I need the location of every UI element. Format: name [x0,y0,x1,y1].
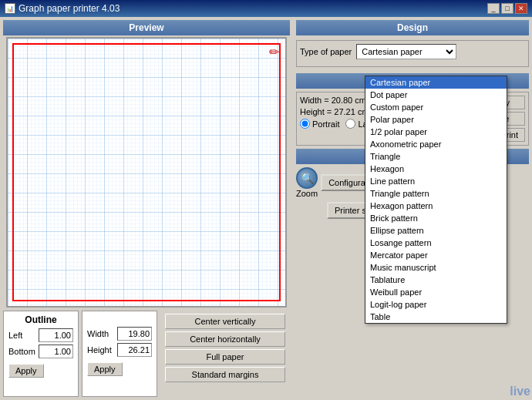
close-button[interactable]: ✕ [515,3,527,14]
dropdown-item-polar[interactable]: Polar paper [365,113,507,126]
landscape-radio[interactable] [345,119,355,129]
maximize-button[interactable]: □ [501,3,513,14]
pencil-icon: ✏ [269,45,279,59]
preview-area: ✏ [6,37,287,308]
dropdown-item-losangepattern[interactable]: Losange pattern [365,237,507,249]
left-panel: Preview ✏ [0,17,293,400]
dropdown-item-halfpolar[interactable]: 1/2 polar paper [365,126,507,138]
title-bar: 📊 Graph paper printer 4.03 _ □ ✕ [0,0,532,17]
full-paper-button[interactable]: Full paper [165,349,285,365]
watermark: live [510,385,530,398]
app-icon: 📊 [5,3,15,14]
height-label: Height [87,345,114,355]
design-header: Design [296,20,529,35]
left-label: Left [8,331,35,340]
outline-box: Outline Left Bottom Apply [3,311,79,397]
dropdown-item-axonometric[interactable]: Axonometric paper [365,138,507,150]
dropdown-item-tablature[interactable]: Tablature [365,274,507,286]
bottom-input[interactable] [39,345,73,358]
dropdown-menu: Cartesian paper Dot paper Custom paper P… [365,76,507,324]
zoom-area: 🔍 Zoom [296,167,318,198]
portrait-radio[interactable] [300,119,310,129]
type-of-paper-label: Type of paper [300,47,352,56]
dropdown-item-weibull[interactable]: Weibull paper [365,286,507,298]
outline-title: Outline [8,314,73,325]
dropdown-item-linepattern[interactable]: Line pattern [365,175,507,187]
left-input[interactable] [39,328,73,342]
center-horizontally-button[interactable]: Center horizontally [165,331,285,347]
bottom-label: Bottom [8,347,35,356]
zoom-label: Zoom [296,189,318,198]
standard-margins-button[interactable]: Standard margins [165,367,285,382]
svg-rect-2 [8,39,285,306]
size-box: Width Height Apply [82,311,157,397]
window-controls: _ □ ✕ [487,3,527,14]
portrait-radio-label[interactable]: Portrait [300,119,339,129]
dropdown-item-ellipsepattern[interactable]: Ellipse pattern [365,224,507,237]
dropdown-item-hexagonpattern[interactable]: Hexagon pattern [365,200,507,212]
paper-type-dropdown[interactable]: Cartesian paper Dot paper Custom paper P… [356,44,456,59]
size-apply-button[interactable]: Apply [87,362,123,376]
width-input[interactable] [117,327,152,341]
dropdown-item-dot[interactable]: Dot paper [365,89,507,101]
right-panel: Design Type of paper Cartesian paper Dot… [293,17,532,400]
dropdown-item-cartesian[interactable]: Cartesian paper [365,76,507,89]
app-title: Graph paper printer 4.03 [19,3,120,14]
preview-header: Preview [3,20,290,35]
dropdown-item-trianglepattern[interactable]: Triangle pattern [365,187,507,200]
dropdown-item-mercator[interactable]: Mercator paper [365,249,507,261]
width-label: Width [87,329,114,338]
outline-apply-button[interactable]: Apply [8,364,44,378]
height-input[interactable] [117,343,152,357]
dropdown-item-hexagon[interactable]: Hexagon [365,163,507,175]
dropdown-item-logitlog[interactable]: Logit-log paper [365,298,507,311]
minimize-button[interactable]: _ [487,3,500,14]
dropdown-item-music[interactable]: Music manuscript [365,261,507,274]
dropdown-item-brickpattern[interactable]: Brick pattern [365,212,507,224]
center-vertically-button[interactable]: Center vertically [165,314,285,329]
dropdown-item-triangle[interactable]: Triangle [365,150,507,163]
dropdown-item-table[interactable]: Table [365,311,507,323]
zoom-icon: 🔍 [296,167,318,189]
dropdown-item-custom[interactable]: Custom paper [365,101,507,113]
action-buttons: Center vertically Center horizontally Fu… [160,311,290,397]
